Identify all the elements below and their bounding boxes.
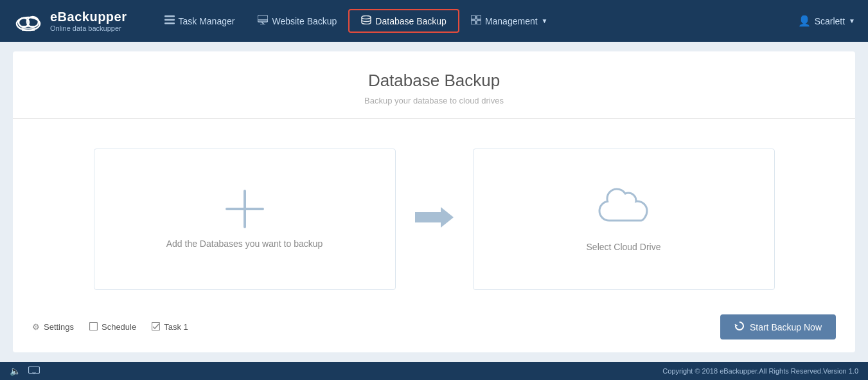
database-backup-icon bbox=[361, 15, 371, 26]
svg-rect-15 bbox=[477, 15, 481, 19]
settings-icon: ⚙ bbox=[32, 322, 40, 332]
nav-task-manager-label: Task Manager bbox=[179, 16, 235, 26]
select-cloud-panel[interactable]: Select Cloud Drive bbox=[473, 149, 775, 290]
select-cloud-label: Select Cloud Drive bbox=[587, 242, 661, 252]
copyright: Copyright © 2018 eBackupper.All Rights R… bbox=[662, 367, 858, 375]
svg-rect-9 bbox=[258, 15, 268, 22]
add-database-label: Add the Databases you want to backup bbox=[166, 239, 323, 249]
user-area[interactable]: 👤 Scarlett ▼ bbox=[798, 15, 855, 27]
footer-links: ⚙ Settings Schedule Task 1 bbox=[32, 322, 188, 332]
app-tagline: Online data backupper bbox=[50, 24, 127, 32]
logo[interactable]: eBackupper Online data backupper bbox=[13, 6, 127, 37]
navbar: eBackupper Online data backupper Task Ma… bbox=[0, 0, 868, 42]
schedule-icon bbox=[89, 322, 98, 332]
logo-text: eBackupper Online data backupper bbox=[50, 10, 127, 32]
app-name: eBackupper bbox=[50, 10, 127, 24]
user-icon: 👤 bbox=[798, 15, 811, 27]
logo-icon bbox=[13, 6, 44, 37]
start-backup-button[interactable]: Start Backup Now bbox=[720, 314, 836, 339]
svg-rect-17 bbox=[477, 21, 481, 24]
schedule-link[interactable]: Schedule bbox=[89, 322, 136, 332]
task-manager-icon bbox=[164, 15, 175, 26]
svg-rect-16 bbox=[471, 21, 475, 24]
card: Database Backup Backup your database to … bbox=[13, 51, 855, 352]
status-bar: 🔈 Copyright © 2018 eBackupper.All Rights… bbox=[0, 362, 868, 380]
svg-rect-19 bbox=[89, 322, 97, 330]
add-icon bbox=[226, 190, 264, 228]
user-name: Scarlett bbox=[815, 16, 845, 26]
add-database-panel[interactable]: Add the Databases you want to backup bbox=[94, 149, 396, 290]
main-content: Database Backup Backup your database to … bbox=[0, 42, 868, 362]
task1-link[interactable]: Task 1 bbox=[152, 322, 188, 332]
settings-label: Settings bbox=[44, 322, 74, 332]
svg-rect-14 bbox=[471, 15, 475, 19]
status-left-icons: 🔈 bbox=[10, 366, 40, 376]
card-header: Database Backup Backup your database to … bbox=[13, 51, 855, 119]
page-subtitle: Backup your database to cloud drives bbox=[26, 96, 842, 105]
svg-marker-18 bbox=[415, 207, 454, 228]
user-dropdown-icon: ▼ bbox=[849, 17, 855, 24]
website-backup-icon bbox=[258, 15, 268, 26]
nav-task-manager[interactable]: Task Manager bbox=[153, 10, 247, 32]
nav-database-backup[interactable]: Database Backup bbox=[348, 9, 459, 33]
nav-website-backup-label: Website Backup bbox=[272, 16, 337, 26]
start-backup-icon bbox=[734, 321, 745, 333]
nav-links: Task Manager Website Backup Database Bac… bbox=[153, 9, 798, 33]
arrow-right-icon bbox=[415, 203, 454, 235]
svg-rect-21 bbox=[29, 367, 40, 374]
svg-rect-20 bbox=[152, 322, 160, 330]
footer-row: ⚙ Settings Schedule Task 1 bbox=[13, 307, 855, 339]
nav-website-backup[interactable]: Website Backup bbox=[246, 10, 348, 32]
management-icon bbox=[471, 15, 481, 26]
task1-label: Task 1 bbox=[164, 322, 188, 332]
volume-icon: 🔈 bbox=[10, 366, 21, 376]
nav-management-label: Management bbox=[485, 16, 538, 26]
cloud-icon bbox=[595, 187, 653, 231]
svg-point-13 bbox=[362, 16, 371, 19]
settings-link[interactable]: ⚙ Settings bbox=[32, 322, 74, 332]
nav-management[interactable]: Management ▼ bbox=[459, 10, 560, 32]
panels-area: Add the Databases you want to backup Sel… bbox=[13, 132, 855, 307]
arrow-area bbox=[396, 203, 473, 235]
svg-rect-6 bbox=[164, 15, 175, 17]
management-dropdown-icon: ▼ bbox=[542, 17, 548, 24]
svg-rect-7 bbox=[164, 19, 175, 21]
nav-database-backup-label: Database Backup bbox=[375, 16, 447, 26]
page-title: Database Backup bbox=[26, 71, 842, 91]
task1-icon bbox=[152, 322, 160, 332]
display-icon bbox=[28, 366, 40, 376]
schedule-label: Schedule bbox=[102, 322, 136, 332]
start-backup-label: Start Backup Now bbox=[750, 322, 822, 332]
svg-rect-8 bbox=[164, 23, 175, 24]
